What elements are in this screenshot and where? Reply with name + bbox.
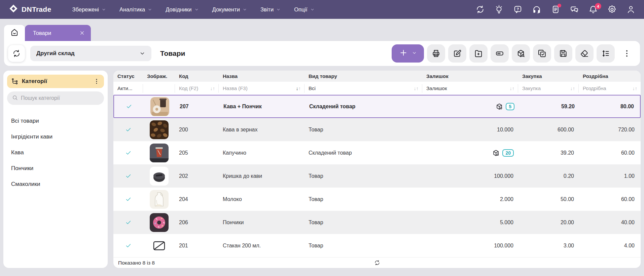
barcode-button[interactable]: [491, 44, 509, 63]
table-row[interactable]: 206ПончикиТовар5.00020.0040.00: [113, 211, 641, 234]
cell-stock: 10.000: [422, 127, 518, 133]
table-row[interactable]: 200Кава в зернахТовар10.000600.00720.00: [113, 118, 641, 141]
chevron-down-icon: [139, 50, 145, 56]
chat-icon[interactable]: [570, 5, 579, 14]
category-item-2[interactable]: Кава: [11, 145, 104, 160]
table-row[interactable]: 205КапучиноСкладений товар2039.2060.00: [113, 141, 641, 164]
category-item-1[interactable]: Інгрідієнти кави: [11, 129, 104, 145]
dntrade-logo-icon: [9, 4, 18, 15]
menu-item-5[interactable]: Опції: [294, 6, 314, 13]
cell-retail: 60.00: [579, 150, 641, 156]
sort-arrows-icon[interactable]: ↓↑: [633, 86, 638, 91]
edit-button[interactable]: [448, 44, 466, 63]
sort-arrows-icon[interactable]: ↓↑: [296, 86, 301, 91]
table-row[interactable]: 207Кава + ПончикСкладений товар559.2080.…: [113, 95, 641, 118]
close-icon[interactable]: [79, 30, 85, 36]
news-icon[interactable]: [551, 5, 560, 14]
menu-item-3[interactable]: Документи: [212, 6, 247, 13]
folder-plus-button[interactable]: [469, 44, 488, 63]
filter-name[interactable]: Назва (F3)↓↑: [219, 84, 305, 93]
warehouse-select[interactable]: Другий склад: [30, 46, 151, 61]
cell-purchase: 0.20: [518, 173, 579, 179]
save-button[interactable]: [554, 44, 572, 63]
filter-purchase[interactable]: Закупка↓↑: [518, 84, 579, 93]
sort-arrows-icon[interactable]: ↓↑: [414, 86, 419, 91]
stock-badge[interactable]: 5: [506, 103, 514, 110]
filter-code[interactable]: Код (F2)↓↑: [175, 84, 219, 93]
printer-button[interactable]: [427, 44, 445, 63]
cell-purchase: 3.00: [518, 243, 579, 249]
brand-name: DNTrade: [22, 5, 51, 13]
menu-item-1[interactable]: Аналітика: [119, 6, 152, 13]
category-item-0[interactable]: Всі товари: [11, 113, 104, 129]
row-height-button[interactable]: [597, 44, 615, 63]
cell-name: Молоко: [219, 196, 305, 202]
table-row[interactable]: 204МолокоТовар2.00050.0060.00: [113, 188, 641, 211]
product-image-coffee-beans[interactable]: [150, 120, 169, 139]
menu-item-2[interactable]: Довідники: [166, 6, 199, 13]
product-image-cappuccino[interactable]: [150, 144, 169, 162]
brand[interactable]: DNTrade: [9, 4, 51, 15]
add-button[interactable]: [392, 44, 424, 63]
chevron-down-icon: [148, 7, 152, 12]
menu-item-label: Документи: [212, 6, 240, 13]
filter-type[interactable]: Всі↓↑: [305, 84, 422, 93]
filter-retail[interactable]: Роздрібна↓↑: [579, 84, 641, 93]
categories-panel: Категорії Всі товариІнгрідієнти кавиКава…: [3, 71, 108, 268]
stock-badge[interactable]: 20: [502, 149, 514, 157]
sort-arrows-icon[interactable]: ↓↑: [510, 86, 515, 91]
cell-type: Товар: [305, 243, 422, 249]
composite-stock-icon[interactable]: [496, 103, 503, 110]
headset-icon[interactable]: [532, 5, 541, 14]
menu-item-label: Аналітика: [119, 6, 145, 13]
refresh-table-icon[interactable]: [374, 260, 380, 266]
status-active-icon: [113, 242, 143, 249]
package-search-button[interactable]: [512, 44, 530, 63]
save-icon: [559, 49, 568, 58]
table-row[interactable]: 201Стакан 200 мл.Товар100.0003.004.00: [113, 234, 641, 257]
category-item-3[interactable]: Пончики: [11, 160, 104, 176]
categories-header[interactable]: Категорії: [7, 75, 104, 88]
filter-empty[interactable]: [143, 84, 175, 93]
copy-check-button[interactable]: [533, 44, 551, 63]
bell-icon[interactable]: 4: [589, 5, 598, 14]
gear-icon[interactable]: [608, 5, 616, 14]
folder-plus-icon: [474, 49, 483, 58]
menu-item-4[interactable]: Звіти: [260, 6, 281, 13]
product-image-coffee-donut[interactable]: [150, 97, 169, 116]
user-icon[interactable]: [627, 5, 635, 14]
lightbulb-icon[interactable]: [495, 5, 503, 14]
product-image-no-image[interactable]: [150, 236, 169, 255]
eraser-button[interactable]: [575, 44, 594, 63]
category-search[interactable]: [7, 91, 104, 105]
category-item-4[interactable]: Смаколики: [11, 176, 104, 192]
filter-status[interactable]: Акти...: [113, 84, 143, 93]
cell-type: Товар: [305, 196, 422, 202]
kebab-button[interactable]: [618, 44, 636, 63]
composite-stock-icon[interactable]: [492, 149, 500, 157]
filter-value: Залишок: [426, 85, 447, 91]
product-image-milk-jug[interactable]: [150, 190, 169, 209]
table-row[interactable]: 202Кришка до кавиТовар100.0000.201.00: [113, 164, 641, 188]
filter-stock[interactable]: Залишок↓↑: [422, 84, 518, 93]
category-search-input[interactable]: [21, 95, 99, 101]
cell-code: 201: [175, 243, 219, 249]
package-search-icon: [516, 49, 525, 58]
refresh-button[interactable]: [8, 45, 25, 62]
tab-products[interactable]: Товари: [25, 25, 91, 41]
notification-dot: [558, 4, 561, 7]
sync-icon[interactable]: [476, 5, 485, 14]
sort-arrows-icon[interactable]: ↓↑: [210, 86, 215, 91]
product-image-donut[interactable]: [150, 213, 169, 232]
sort-arrows-icon[interactable]: ↓↑: [570, 86, 575, 91]
chevron-down-icon: [310, 7, 315, 12]
tab-home[interactable]: [4, 25, 25, 41]
cell-name: Кава в зернах: [219, 127, 305, 133]
categories-menu-button[interactable]: [93, 78, 100, 85]
menu-item-0[interactable]: Збережені: [72, 6, 106, 13]
status-active-icon: [113, 219, 143, 226]
product-image-coffee-lid[interactable]: [150, 167, 169, 186]
topbar: DNTrade ЗбереженіАналітикаДовідникиДокум…: [0, 0, 644, 19]
help-icon[interactable]: ?: [513, 5, 522, 14]
main-menu: ЗбереженіАналітикаДовідникиДокументиЗвіт…: [72, 6, 314, 13]
